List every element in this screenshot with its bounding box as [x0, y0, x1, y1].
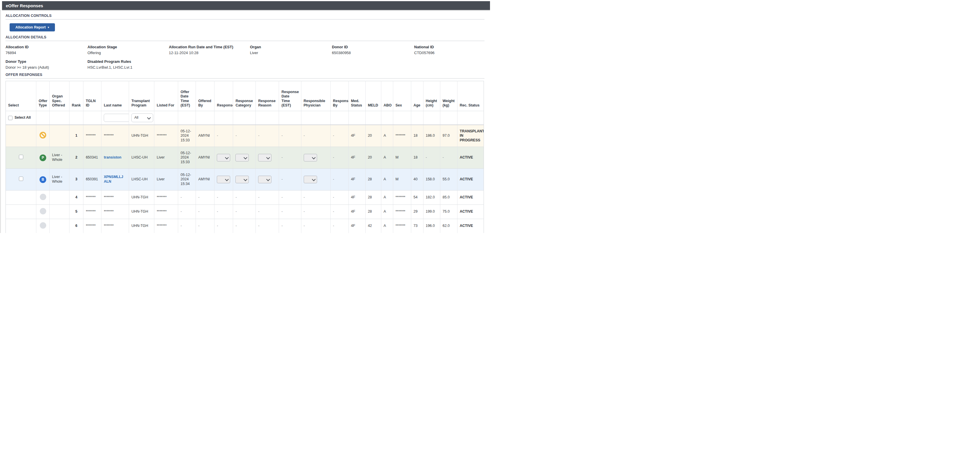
height-cm-cell: -: [423, 147, 440, 169]
response-reason-cell: [256, 147, 279, 169]
responsible-physician-cell: -: [301, 219, 331, 233]
transplant-program-value: UHN-TGH: [131, 195, 148, 199]
responsible-physician-select[interactable]: [304, 154, 317, 161]
response-reason-select[interactable]: [258, 176, 272, 183]
rank-cell: 3: [70, 169, 83, 190]
offer-type-cell: P: [36, 147, 50, 169]
detail-field: Allocation Run Date and Time (EST)12-11-…: [169, 45, 250, 55]
empty-value-dash: -: [198, 224, 199, 228]
age-cell: 18: [411, 125, 423, 147]
recipient-link[interactable]: XPNSMLLJ ALN: [104, 175, 123, 184]
offer-responses-table: SelectOffer TypeOrgan Spec. OfferedRankT…: [6, 81, 484, 233]
response-category-select[interactable]: [235, 154, 249, 161]
detail-label: Allocation Run Date and Time (EST): [169, 45, 250, 49]
filter-cell-response-category: [233, 111, 256, 125]
abo-cell: A: [381, 190, 393, 205]
empty-value-dash: -: [235, 224, 237, 228]
filter-cell-last-name: [102, 111, 129, 125]
select-all-checkbox[interactable]: [8, 116, 13, 120]
transplant-program-filter-select[interactable]: All: [131, 113, 153, 122]
meld-cell: 20: [365, 125, 381, 147]
rank-cell: 1: [70, 125, 83, 147]
tgln-id-cell: *******: [83, 190, 102, 205]
last-name-filter-input[interactable]: [104, 114, 129, 122]
listed-for-cell: *******: [154, 125, 178, 147]
offer-row-rank-5: 5**************UHN-TGH*******--------4F2…: [6, 205, 484, 219]
col-header-organ-spec: Organ Spec. Offered: [50, 81, 70, 111]
response-cell: -: [215, 219, 233, 233]
row-select-checkbox[interactable]: [19, 177, 23, 181]
meld-value: 20: [368, 155, 372, 160]
response-cell: -: [215, 205, 233, 219]
select-cell: [6, 169, 36, 190]
sex-value: *******: [396, 209, 406, 214]
detail-value: Liver: [250, 51, 332, 55]
last-name-value: *******: [104, 195, 114, 199]
listed-for-cell: Liver: [154, 147, 178, 169]
offer-date-time-value: 05-12-2024 15:33: [180, 151, 191, 164]
empty-value-dash: -: [281, 177, 283, 181]
meld-cell: 28: [365, 205, 381, 219]
response-select[interactable]: [217, 176, 230, 183]
age-value: 54: [414, 195, 418, 199]
pending-offer-icon: [40, 222, 46, 229]
rec-status-value: ACTIVE: [460, 195, 473, 199]
offer-responses-heading: OFFER RESPONSES: [6, 73, 484, 78]
rank-cell: 6: [70, 219, 83, 233]
abo-cell: A: [381, 169, 393, 190]
offered-by-value: AMYNI: [198, 155, 210, 160]
allocation-report-button[interactable]: Allocation Report ▾: [10, 23, 55, 32]
meld-value: 28: [368, 209, 372, 214]
transplant-program-cell: UHN-TGH: [129, 219, 154, 233]
response-select[interactable]: [217, 154, 230, 161]
detail-value: HSC.LvrBwl.1, LHSC.Lvr.1: [88, 65, 169, 70]
empty-value-dash: -: [258, 195, 259, 199]
col-header-abo: ABO: [381, 81, 393, 111]
organ-spec-cell: [50, 190, 70, 205]
detail-value: 12-11-2024 10:28: [169, 51, 250, 55]
last-name-cell: *******: [102, 125, 129, 147]
filter-cell-weight-kg: [440, 111, 457, 125]
height-cm-cell: 186.0: [423, 125, 440, 147]
filter-cell-tgln-id: [83, 111, 102, 125]
offer-date-time-cell: -: [178, 190, 196, 205]
weight-kg-cell: 97.0: [440, 125, 457, 147]
rec-status-cell: ACTIVE: [457, 147, 484, 169]
pending-offer-icon: [40, 208, 46, 214]
med-status-value: 4F: [351, 209, 355, 214]
abo-value: A: [383, 224, 386, 228]
empty-value-dash: -: [235, 195, 237, 199]
empty-value-dash: -: [217, 195, 218, 199]
empty-value-dash: -: [304, 195, 305, 199]
offer-type-cell: [36, 219, 50, 233]
listed-for-value: *******: [157, 209, 167, 214]
response-by-cell: -: [331, 190, 348, 205]
response-category-cell: [233, 147, 256, 169]
height-cm-value: 199.0: [426, 209, 435, 214]
select-cell: [6, 190, 36, 205]
recipient-link[interactable]: transiston: [104, 155, 121, 160]
med-status-cell: 4F: [348, 125, 365, 147]
response-date-time-cell: -: [279, 190, 301, 205]
rec-status-cell: ACTIVE: [457, 219, 484, 233]
organ-spec-value: Liver - Whole: [52, 153, 62, 162]
response-reason-cell: [256, 169, 279, 190]
row-select-checkbox[interactable]: [19, 155, 23, 159]
filter-cell-select: Select All: [6, 111, 36, 125]
meld-cell: 28: [365, 169, 381, 190]
rec-status-value: ACTIVE: [460, 155, 473, 160]
age-cell: 73: [411, 219, 423, 233]
sex-value: *******: [396, 134, 406, 137]
responsible-physician-select[interactable]: [304, 176, 317, 183]
abo-cell: A: [381, 205, 393, 219]
response-reason-cell: -: [256, 190, 279, 205]
response-category-select[interactable]: [235, 176, 249, 183]
response-reason-select[interactable]: [258, 154, 272, 161]
table-header-row: SelectOffer TypeOrgan Spec. OfferedRankT…: [6, 81, 484, 111]
tgln-id-value: *******: [86, 195, 95, 199]
filter-cell-transplant-program: All: [129, 111, 154, 125]
offer-type-cell: B: [36, 169, 50, 190]
detail-value: CTD057696: [414, 51, 484, 55]
weight-kg-value: 55.0: [442, 177, 450, 181]
offer-date-time-cell: -: [178, 205, 196, 219]
